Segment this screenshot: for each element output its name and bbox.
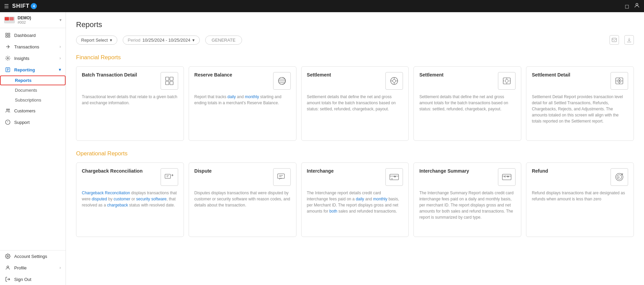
financial-reports-title: Financial Reports	[76, 54, 634, 61]
card-refund[interactable]: Refund $ Refund displays transactions th…	[526, 162, 634, 237]
svg-point-7	[7, 58, 8, 59]
account-avatar	[4, 17, 15, 23]
card-settlement-detail[interactable]: Settlement Detail Settlement Detail Repo…	[526, 66, 634, 141]
page-title: Reports	[76, 20, 634, 29]
svg-point-23	[505, 80, 508, 83]
sidebar-item-insights[interactable]: Insights ›	[0, 52, 66, 64]
logo: SHIFT 4	[12, 3, 37, 9]
logo-text: SHIFT	[12, 3, 29, 9]
user-icon[interactable]	[634, 2, 640, 10]
card-interchange-summary[interactable]: Interchange Summary The Interchange Summ…	[413, 162, 521, 237]
svg-rect-27	[165, 174, 170, 178]
main-content: Reports Report Select ▾ Period 10/25/202…	[66, 12, 644, 285]
period-label: Period	[128, 38, 141, 43]
account-chevron-icon: ▾	[59, 18, 62, 22]
financial-reports-section: Financial Reports Batch Transaction Deta…	[76, 54, 634, 141]
interchange-icon: $	[385, 168, 403, 186]
reporting-chevron-down-icon: ▾	[59, 67, 61, 72]
card-batch-transaction-detail[interactable]: Batch Transaction Detail Transactional l…	[76, 66, 184, 141]
insights-arrow-icon: ›	[59, 56, 61, 61]
sign-out-icon	[5, 277, 11, 282]
period-chevron-icon: ▾	[192, 38, 195, 43]
download-icon[interactable]	[624, 35, 634, 45]
svg-point-21	[393, 80, 396, 83]
card-dispute-desc: Disputes displays transactions that were…	[194, 190, 291, 208]
card-interchange-title: Interchange	[307, 168, 386, 174]
sidebar-item-transactions[interactable]: Transactions ›	[0, 41, 66, 52]
sidebar-item-profile[interactable]: Profile ›	[0, 262, 66, 273]
sidebar-item-dashboard-label: Dashboard	[14, 33, 36, 38]
svg-point-26	[619, 81, 620, 82]
insights-icon	[5, 56, 11, 61]
topbar: ☰ SHIFT 4 ◻	[0, 0, 644, 12]
card-chargeback-desc: Chargeback Reconciliation displays trans…	[82, 190, 178, 208]
svg-point-0	[636, 3, 638, 5]
sidebar-item-support[interactable]: Support	[0, 116, 66, 128]
sidebar-bottom: Account Settings Profile › Sign Out	[0, 250, 66, 285]
svg-rect-2	[9, 17, 14, 21]
sidebar-item-account-settings-label: Account Settings	[14, 254, 47, 259]
operational-reports-section: Operational Reports Chargeback Reconcili…	[76, 150, 634, 237]
card-batch-title: Batch Transaction Detail	[82, 72, 161, 78]
transactions-icon	[5, 44, 11, 49]
card-interchange[interactable]: Interchange $ The Interchange report det…	[301, 162, 409, 237]
sidebar-item-sign-out[interactable]: Sign Out	[0, 273, 66, 285]
card-settlement-detail-desc: Settlement Detail Report provides transa…	[532, 94, 628, 124]
profile-arrow-icon: ›	[59, 265, 61, 270]
profile-icon	[5, 265, 11, 270]
report-select-dropdown[interactable]: Report Select ▾	[76, 36, 117, 45]
generate-button[interactable]: GENERATE	[205, 36, 242, 45]
report-select-chevron-icon: ▾	[110, 38, 112, 43]
card-settlement-2[interactable]: Settlement Settlement details that defin…	[413, 66, 521, 141]
svg-rect-18	[170, 82, 173, 85]
account-switcher[interactable]: DEMO) #002 ▾	[0, 12, 66, 28]
sidebar-sub-item-documents[interactable]: Documents	[0, 85, 66, 95]
card-interchange-summary-title: Interchange Summary	[419, 168, 498, 174]
card-chargeback-reconciliation[interactable]: Chargeback Reconciliation Chargeback Rec…	[76, 162, 184, 237]
dispute-icon	[273, 168, 291, 186]
svg-rect-14	[612, 38, 616, 42]
sidebar-nav: Dashboard Transactions › Insights ›	[0, 28, 66, 250]
card-settlement-desc: Settlement details that define the net a…	[307, 94, 403, 112]
logo-badge: 4	[31, 3, 37, 9]
sidebar-item-support-label: Support	[14, 120, 30, 125]
card-settlement[interactable]: Settlement Settlement details that defin…	[301, 66, 409, 141]
interchange-summary-icon	[498, 168, 516, 186]
customers-icon	[5, 108, 11, 113]
account-id: #002	[18, 20, 31, 24]
sidebar: DEMO) #002 ▾ Dashboard Transactions ›	[0, 12, 66, 285]
chargeback-icon	[161, 168, 178, 186]
card-reserve-balance[interactable]: Reserve Balance Report that tracks daily…	[189, 66, 296, 141]
svg-rect-31	[502, 174, 511, 180]
sidebar-item-customers[interactable]: Customers	[0, 105, 66, 116]
svg-rect-5	[6, 36, 7, 37]
svg-rect-28	[278, 174, 284, 178]
card-dispute[interactable]: Dispute Disputes displays transactions t…	[189, 162, 296, 237]
sidebar-item-sign-out-label: Sign Out	[14, 277, 31, 282]
sidebar-item-reporting[interactable]: Reporting ▾	[0, 64, 66, 75]
message-icon[interactable]: ◻	[625, 3, 629, 9]
sidebar-item-dashboard[interactable]: Dashboard	[0, 29, 66, 41]
sidebar-item-transactions-label: Transactions	[14, 44, 39, 49]
dashboard-icon	[5, 32, 11, 38]
period-dropdown[interactable]: Period 10/25/2024 - 10/25/2024 ▾	[123, 36, 200, 45]
card-interchange-desc: The Interchange report details credit ca…	[307, 190, 403, 214]
card-refund-desc: Refund displays transactions that are de…	[532, 190, 628, 202]
svg-rect-17	[166, 82, 169, 85]
card-refund-title: Refund	[532, 168, 611, 174]
svg-rect-4	[8, 33, 10, 35]
sidebar-sub-item-reports[interactable]: Reports	[0, 75, 66, 85]
card-batch-desc: Transactional level details that relate …	[82, 94, 178, 106]
menu-icon[interactable]: ☰	[4, 3, 9, 9]
toolbar: Report Select ▾ Period 10/25/2024 - 10/2…	[76, 35, 634, 45]
card-settlement-detail-title: Settlement Detail	[532, 72, 611, 78]
email-icon[interactable]	[610, 35, 619, 45]
operational-reports-grid: Chargeback Reconciliation Chargeback Rec…	[76, 162, 634, 237]
card-settlement-2-desc: Settlement details that define the net a…	[419, 94, 516, 112]
period-value: 10/25/2024 - 10/25/2024	[142, 38, 190, 43]
settlement-2-icon	[498, 72, 516, 90]
sidebar-item-account-settings[interactable]: Account Settings	[0, 250, 66, 262]
reporting-icon	[5, 67, 11, 72]
sidebar-sub-item-subscriptions[interactable]: Subscriptions	[0, 95, 66, 105]
card-chargeback-title: Chargeback Reconciliation	[82, 168, 161, 174]
